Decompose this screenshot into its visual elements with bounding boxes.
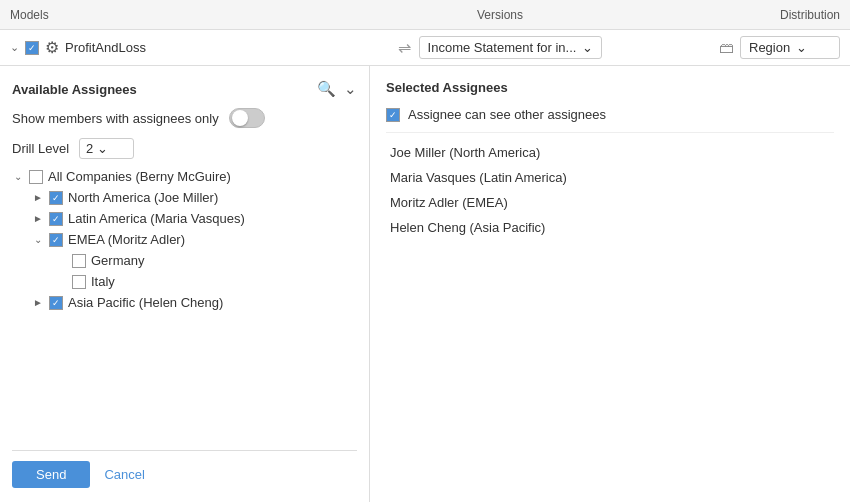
version-dropdown-label: Income Statement for in... [428, 40, 577, 55]
left-panel-header: Available Assignees 🔍 ⌄ [12, 80, 357, 98]
tree-item-asia-pacific: ► ✓ Asia Pacific (Helen Cheng) [12, 295, 357, 310]
checkbox-emea[interactable]: ✓ [49, 233, 63, 247]
distribution-label: Distribution [780, 8, 840, 22]
label-italy: Italy [91, 274, 115, 289]
tree-item-italy: Italy [12, 274, 357, 289]
label-emea: EMEA (Moritz Adler) [68, 232, 185, 247]
controls-right: 🗃 Region ⌄ [640, 36, 840, 59]
selected-assignees-title: Selected Assignees [386, 80, 834, 95]
region-dropdown[interactable]: Region ⌄ [740, 36, 840, 59]
drill-level-select[interactable]: 2 ⌄ [79, 138, 134, 159]
version-dropdown[interactable]: Income Statement for in... ⌄ [419, 36, 603, 59]
tree-item-emea: ⌄ ✓ EMEA (Moritz Adler) [12, 232, 357, 247]
checkbox-asia-pacific[interactable]: ✓ [49, 296, 63, 310]
sort-icon[interactable]: ⌄ [344, 80, 357, 98]
label-all-companies: All Companies (Berny McGuire) [48, 169, 231, 184]
show-members-toggle[interactable] [229, 108, 265, 128]
expand-all-companies[interactable]: ⌄ [12, 171, 24, 182]
selected-item-moritz-adler: Moritz Adler (EMEA) [386, 195, 834, 210]
tree-item-all-companies: ⌄ All Companies (Berny McGuire) [12, 169, 357, 184]
version-dropdown-chevron: ⌄ [582, 40, 593, 55]
expand-emea[interactable]: ⌄ [32, 234, 44, 245]
available-assignees-title: Available Assignees [12, 82, 137, 97]
show-members-label: Show members with assignees only [12, 111, 219, 126]
label-north-america: North America (Joe Miller) [68, 190, 218, 205]
model-name: ProfitAndLoss [65, 40, 146, 55]
checkbox-all-companies[interactable] [29, 170, 43, 184]
checkbox-italy[interactable] [72, 275, 86, 289]
drill-level-label: Drill Level [12, 141, 69, 156]
gear-icon[interactable]: ⚙ [45, 38, 59, 57]
controls-left: ⌄ ✓ ⚙ ProfitAndLoss [10, 38, 330, 57]
expand-latin-america[interactable]: ► [32, 213, 44, 224]
assignee-can-see-row: ✓ Assignee can see other assignees [386, 107, 834, 133]
header-tools: 🔍 ⌄ [317, 80, 357, 98]
assignee-can-see-label: Assignee can see other assignees [408, 107, 606, 122]
drill-level-row: Drill Level 2 ⌄ [12, 138, 357, 159]
transfer-icon: ⇌ [398, 38, 411, 57]
models-section: Models [10, 8, 330, 22]
controls-bar: ⌄ ✓ ⚙ ProfitAndLoss ⇌ Income Statement f… [0, 30, 850, 66]
drill-level-chevron: ⌄ [97, 141, 108, 156]
right-panel: Selected Assignees ✓ Assignee can see ot… [370, 66, 850, 502]
tree-section: ⌄ All Companies (Berny McGuire) ► ✓ Nort… [12, 169, 357, 310]
controls-center: ⇌ Income Statement for in... ⌄ [330, 36, 640, 59]
toggle-knob [232, 110, 248, 126]
checkbox-north-america[interactable]: ✓ [49, 191, 63, 205]
selected-item-helen-cheng: Helen Cheng (Asia Pacific) [386, 220, 834, 235]
tree-item-germany: Germany [12, 253, 357, 268]
expand-asia-pacific[interactable]: ► [32, 297, 44, 308]
main-content: Available Assignees 🔍 ⌄ Show members wit… [0, 66, 850, 502]
selected-item-joe-miller: Joe Miller (North America) [386, 145, 834, 160]
versions-label: Versions [477, 8, 523, 22]
expand-north-america[interactable]: ► [32, 192, 44, 203]
versions-section: Versions [330, 8, 640, 22]
search-icon[interactable]: 🔍 [317, 80, 336, 98]
distribution-section: Distribution [640, 8, 840, 22]
top-bar: Models Versions Distribution [0, 0, 850, 30]
label-asia-pacific: Asia Pacific (Helen Cheng) [68, 295, 223, 310]
bottom-bar: Send Cancel [12, 450, 357, 488]
selected-item-maria-vasques: Maria Vasques (Latin America) [386, 170, 834, 185]
models-label: Models [10, 8, 49, 22]
assignee-can-see-checkbox[interactable]: ✓ [386, 108, 400, 122]
region-dropdown-label: Region [749, 40, 790, 55]
region-dropdown-chevron: ⌄ [796, 40, 807, 55]
selected-assignees-list: Joe Miller (North America) Maria Vasques… [386, 145, 834, 235]
tree-item-north-america: ► ✓ North America (Joe Miller) [12, 190, 357, 205]
send-button[interactable]: Send [12, 461, 90, 488]
tree-item-latin-america: ► ✓ Latin America (Maria Vasques) [12, 211, 357, 226]
checkbox-germany[interactable] [72, 254, 86, 268]
database-icon: 🗃 [719, 39, 734, 56]
drill-level-value: 2 [86, 141, 93, 156]
label-germany: Germany [91, 253, 144, 268]
model-expand-icon[interactable]: ⌄ [10, 41, 19, 54]
label-latin-america: Latin America (Maria Vasques) [68, 211, 245, 226]
model-checkbox[interactable]: ✓ [25, 41, 39, 55]
left-panel: Available Assignees 🔍 ⌄ Show members wit… [0, 66, 370, 502]
checkbox-latin-america[interactable]: ✓ [49, 212, 63, 226]
show-members-row: Show members with assignees only [12, 108, 357, 128]
cancel-button[interactable]: Cancel [104, 467, 144, 482]
